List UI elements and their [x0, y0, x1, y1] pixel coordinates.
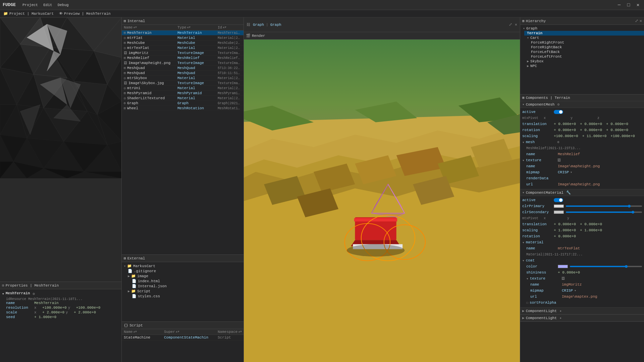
file-row-mapheight[interactable]: 🖼Image\mapheight.png TextureImage Textur… [122, 61, 244, 66]
internal-header[interactable]: ⊞ Internal [122, 17, 244, 25]
coat-color-slider[interactable] [558, 265, 642, 268]
clrprimary-slider[interactable] [554, 204, 642, 208]
clrsecondary-slider[interactable] [554, 210, 642, 214]
file-row-meshterrain[interactable]: ⊞MeshTerrain MeshTerrain MeshTerrain|202… [122, 31, 244, 36]
file-row-mtruni[interactable]: ◎mtrUni Material Material|2021-11-18T1..… [122, 86, 244, 91]
close-button[interactable]: ✕ [635, 2, 641, 8]
breadcrumb-preview[interactable]: 👁 Preview | MeshTerrain [57, 11, 113, 16]
script-name-sort[interactable]: ▲▼ [133, 330, 137, 334]
render-icon: 🎬 [246, 34, 251, 38]
script-row-statemachine[interactable]: StateMachine ComponentStateMachin Script [122, 335, 244, 341]
mesh-expand[interactable]: ▾ [522, 140, 525, 144]
comp-mat-material-header: ▾ material [522, 240, 642, 245]
graph-expand-icon[interactable]: ▾ [523, 26, 525, 31]
hierarchy-close-btn[interactable]: ✕ [640, 18, 642, 23]
comp-light2-expand-icon[interactable]: ▶ [522, 316, 525, 320]
file-row-mtrflat[interactable]: ◎mtrFlat Material Material|2021-11-18T1.… [122, 36, 244, 41]
comp-mesh-active-toggle[interactable] [554, 110, 563, 114]
properties-header[interactable]: ⊞ Properties | MeshTerrain [0, 282, 121, 289]
tree-item-stylescss[interactable]: 📄 styles.css [130, 294, 244, 299]
prop-mesh-title: ▾ MeshTerrain ⚙ [2, 291, 119, 296]
file-row-meshpyramid[interactable]: ⊞MeshPyramid MeshPyramid MeshPyramid|202… [122, 91, 244, 96]
external-header[interactable]: ⊞ External [122, 255, 244, 262]
cart-expand-icon[interactable]: ▾ [527, 36, 529, 40]
comp-mat-idresource-row: Material|2021-11-21T17:22... [526, 252, 642, 257]
hierarchy-header[interactable]: ⊞ Hierarchy ⤢ ✕ [520, 17, 644, 25]
file-row-imgmoritz[interactable]: 🖼imgMoritz TextureImage TextureImage|202… [122, 51, 244, 56]
coat-color-swatch [558, 265, 568, 268]
tree-item-internaljson[interactable]: 📄 Internal.json [130, 284, 244, 289]
type-sort-icon[interactable]: ▲▼ [187, 26, 191, 29]
internal-file-table[interactable]: Name ▲▼ Type ▲▼ Id ▲▼ ⊞MeshTerrain Me [122, 25, 244, 254]
material-icon-3: ◎ [124, 76, 126, 80]
file-row-graph[interactable]: ⚙Graph Graph Graph|2021-11-18T14:3... [122, 101, 244, 106]
file-row-mtrtexflat[interactable]: ◎mtrTexFlat Material Material|2021-11-21… [122, 46, 244, 51]
comp-material-header[interactable]: ▾ ComponentMaterial 🔧 [520, 189, 644, 196]
file-row-meshquad1[interactable]: ⊞MeshQuad MeshQuad 5T13:36:22.363Z|33062 [122, 66, 244, 71]
breadcrumb-project[interactable]: 📁 Project | MarkusCart [1, 11, 56, 16]
hier-forceleftfront[interactable]: ForceLeftFront [528, 54, 644, 59]
hier-forceleftback[interactable]: ForceLeftBack [528, 50, 644, 54]
comp-light1-header[interactable]: ▶ ComponentLight ✦ [520, 308, 644, 314]
file-row-meshrelief[interactable]: ⊞MeshRelief MeshRelief MeshRelief|2021-1… [122, 56, 244, 61]
coat-mipmap-dropdown-icon[interactable]: ▾ [574, 289, 576, 293]
hier-cart[interactable]: ▾ Cart [524, 36, 644, 40]
hierarchy-maximize-btn[interactable]: ⤢ [635, 18, 638, 23]
file-row-wheel[interactable]: ⊞Wheel MeshRotation MeshRotation|2021-12… [122, 106, 244, 111]
comp-material-expand-icon[interactable]: ▾ [522, 190, 525, 195]
hier-forcerightfront[interactable]: ForceRightFront [528, 40, 644, 45]
skybox-expand-icon[interactable]: ▶ [527, 59, 529, 63]
title-bar: FUDGE Project Edit Debug ─ □ ✕ [0, 0, 644, 10]
mesh-settings-icon: ⚙ [33, 292, 35, 296]
viewport-3d[interactable] [0, 17, 121, 282]
hier-npc[interactable]: ▶ NPC [524, 64, 644, 68]
file-row-meshquad2[interactable]: ⊞MeshQuad MeshQuad 5T10:11:51.585Z|48448 [122, 71, 244, 76]
graph-maximize-icon[interactable]: ⤢ [509, 22, 512, 27]
center-panel: ⛓ Graph | Graph ⤢ ✕ 🎬 Render [244, 17, 520, 362]
menu-edit[interactable]: Edit [43, 3, 52, 7]
material-sub-expand[interactable]: ▾ [522, 240, 525, 245]
comp-mat-active-toggle[interactable] [554, 198, 563, 202]
minimize-button[interactable]: ─ [616, 2, 623, 8]
coat-texture-expand[interactable]: ▾ [526, 277, 529, 281]
tree-item-markuscart[interactable]: ▾ 📁 MarkusCart [122, 263, 244, 268]
right-panel: ⊞ Hierarchy ⤢ ✕ ▾ Graph Terrain ▾ [520, 17, 644, 362]
name-sort-icon[interactable]: ▲▼ [133, 26, 137, 29]
comp-light2-header[interactable]: ▶ ComponentLight ✦ [520, 315, 644, 321]
script-table-header: Name ▲▼ Super ▲▼ Namespace ▲▼ [122, 329, 244, 335]
comp-light1-expand-icon[interactable]: ▶ [522, 309, 525, 313]
file-row-skyboxjpg[interactable]: 🖼Image\Skybox.jpg TextureImage TextureIm… [122, 81, 244, 86]
npc-expand-icon[interactable]: ▶ [527, 64, 529, 68]
tree-item-image[interactable]: ▶ 📁 image [126, 274, 244, 279]
menu-debug[interactable]: Debug [58, 3, 69, 7]
graph-label-2: Graph [270, 23, 281, 27]
tree-item-indexhtml[interactable]: 📄 index.html [130, 279, 244, 284]
mesh-expand-icon[interactable]: ▾ [2, 292, 4, 296]
graph-close-icon[interactable]: ✕ [515, 22, 517, 27]
hier-skybox[interactable]: ▶ Skybox [524, 59, 644, 64]
hier-graph[interactable]: ▾ Graph [520, 26, 644, 31]
file-row-meshcube[interactable]: ⊞MeshCube MeshCube MeshCube|2021-11-18T.… [122, 41, 244, 46]
properties-content: ▾ MeshTerrain ⚙ idResource MeshTerrain|2… [0, 289, 121, 322]
menu-project[interactable]: Project [22, 3, 38, 7]
hier-forcerightback[interactable]: ForceRightBack [528, 45, 644, 50]
indexhtml-icon: 📄 [132, 279, 137, 283]
id-sort-icon[interactable]: ▲▼ [223, 26, 226, 29]
script-super-sort[interactable]: ▲▼ [176, 330, 179, 334]
script-ns-sort[interactable]: ▲▼ [238, 330, 242, 334]
script-header[interactable]: {} Script [122, 322, 244, 329]
hier-terrain[interactable]: Terrain [524, 31, 644, 36]
comp-mat-material-name-row: name mtrTexFlat [526, 246, 642, 251]
tree-item-gitignore[interactable]: 📄 .gitignore [126, 268, 244, 274]
tree-item-script[interactable]: ▶ 📁 Script [126, 289, 244, 294]
file-row-mtrskybox[interactable]: ◎mtrSkybox Material Material|2021-11-25T… [122, 76, 244, 81]
texture-expand[interactable]: ▾ [522, 158, 525, 163]
comp-mesh-header[interactable]: ▾ ComponentMesh ⚙ [520, 101, 644, 108]
maximize-button[interactable]: □ [625, 2, 632, 8]
coat-expand[interactable]: ▾ [522, 258, 525, 263]
mipmap-dropdown-icon[interactable]: ▾ [570, 170, 572, 174]
components-header[interactable]: ⊞ Components | Terrain [520, 95, 644, 101]
file-row-shaderlittextured[interactable]: ◎ShaderLitTextured Material Material|202… [122, 96, 244, 101]
render-viewport[interactable] [244, 40, 520, 362]
comp-mesh-expand-icon[interactable]: ▾ [522, 102, 525, 107]
